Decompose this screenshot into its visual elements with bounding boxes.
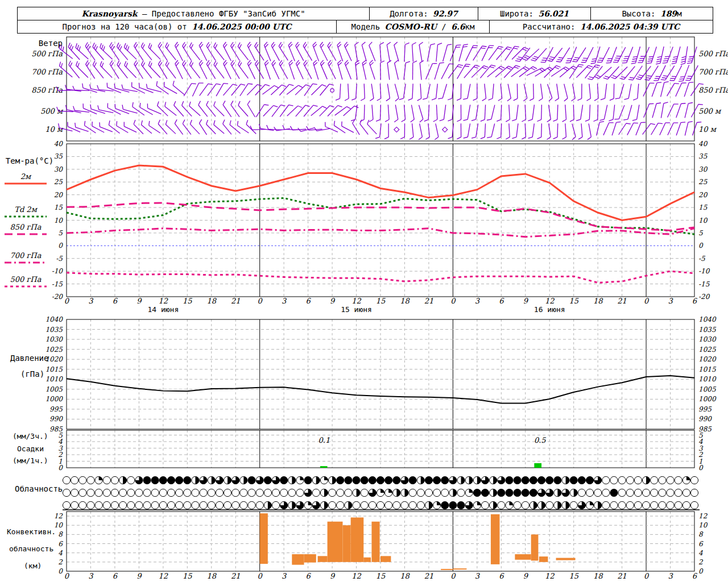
wind-barb-feather: [588, 78, 592, 80]
wind-barb-feather: [591, 63, 595, 64]
wind-barb-shaft: [557, 84, 559, 98]
convective-title-line2: облачность: [9, 544, 53, 553]
convective-title-line1: Конвективн.: [7, 527, 56, 536]
wind-barb-feather: [553, 119, 557, 121]
wind-barb-feather: [141, 43, 143, 47]
cloud-fill-wedge: [646, 476, 650, 484]
cloud-fill-wedge: [348, 501, 352, 509]
cloud-fill-wedge: [324, 489, 328, 496]
temp-ytick: 10: [54, 217, 64, 225]
cloud-symbol: [159, 476, 167, 484]
wind-barb-feather: [537, 137, 541, 139]
wind-barb-shaft: [84, 126, 96, 133]
wind-barb-feather: [117, 121, 117, 126]
cloud-fill-wedge: [292, 476, 296, 484]
cloud-symbol: [176, 501, 183, 509]
wind-barb-feather: [256, 63, 259, 66]
wind-barb-feather: [534, 56, 539, 57]
cloud-symbol: [111, 476, 118, 484]
cloud-symbol: [337, 476, 344, 484]
wind-barb-feather: [90, 105, 91, 109]
hour-label: 9: [523, 572, 529, 580]
cloud-symbol: [682, 501, 690, 509]
hour-label: 12: [159, 572, 168, 580]
wind-barb-shaft: [525, 105, 526, 119]
wind-level-label-right: 700 гПа: [698, 68, 728, 76]
wind-barb-shaft: [493, 84, 494, 98]
wind-barb-feather: [280, 63, 283, 66]
cloud-symbol: [103, 476, 110, 484]
cloud-symbol: [369, 476, 376, 484]
meteogram-canvas: 40403535303025252020151510105500-5-5-10-…: [0, 0, 728, 582]
wind-barb-shaft: [372, 105, 373, 119]
wind-barb-feather: [165, 102, 166, 106]
wind-barb-feather: [457, 98, 461, 100]
wind-barb-shaft: [156, 86, 168, 94]
wind-barb-feather: [336, 98, 340, 100]
wind-barb-feather: [377, 98, 381, 101]
wind-barb-shaft: [676, 83, 682, 97]
wind-barb-feather: [556, 65, 560, 67]
wind-barb-feather: [120, 46, 122, 50]
wind-barb-feather: [514, 67, 519, 69]
wind-barb-feather: [471, 137, 476, 138]
cloud-symbol: [135, 489, 143, 496]
wind-barb-shaft: [420, 123, 423, 137]
wind-barb-feather: [431, 44, 435, 45]
wind-barb-feather: [465, 66, 469, 66]
wind-barb-shaft: [303, 46, 312, 61]
wind-barb-feather: [73, 86, 75, 90]
hour-label: 21: [424, 297, 434, 305]
wind-barb-shaft: [627, 47, 633, 63]
wind-barb-feather: [184, 44, 186, 48]
wind-barb-feather: [515, 61, 520, 62]
cloud-symbol: [457, 489, 465, 496]
wind-barb-feather: [298, 106, 302, 107]
wind-barb-feather: [362, 60, 366, 63]
wind-barb-shaft: [419, 105, 423, 119]
wind-level-label-right: 10 м: [698, 125, 717, 134]
cloud-symbol: [602, 476, 610, 484]
wind-barb-feather: [71, 46, 73, 50]
wind-barb-shaft: [214, 125, 224, 134]
wind-barb-feather: [484, 66, 488, 68]
wind-barb-shaft: [613, 105, 615, 119]
wind-barb-feather: [564, 98, 568, 101]
wind-barb-feather: [345, 60, 348, 64]
wind-barb-feather: [306, 85, 310, 86]
wind-barb-feather: [411, 119, 415, 122]
cloud-symbol: [280, 489, 288, 496]
wind-barb-feather: [102, 63, 104, 67]
wind-barb-shaft: [535, 48, 547, 61]
wind-barb-shaft: [206, 46, 216, 60]
wind-barb-feather: [159, 63, 162, 66]
conv-ytick: 6: [698, 540, 704, 548]
wind-barb-feather: [76, 43, 77, 48]
wind-barb-shaft: [581, 123, 582, 137]
wind-barb-feather: [140, 103, 140, 107]
wind-barb-feather: [698, 104, 703, 105]
wind-barb-feather: [214, 101, 216, 106]
wind-barb-shaft: [264, 45, 271, 61]
wind-barb-feather: [127, 47, 129, 51]
wind-barb-feather: [553, 137, 557, 139]
wind-barb-feather: [572, 98, 576, 101]
pressure-ytick: 1025: [45, 346, 63, 354]
wind-barb-shaft: [691, 104, 698, 117]
wind-barb-feather: [617, 122, 621, 122]
wind-barb-feather: [124, 43, 126, 48]
cloud-fill-wedge: [590, 501, 594, 505]
cloud-symbol: [659, 476, 666, 484]
wind-barb-shaft: [642, 47, 649, 63]
cloud-symbol: [522, 489, 529, 496]
wind-barb-shaft: [255, 46, 264, 60]
wind-barb-feather: [448, 44, 452, 45]
wind-barb-feather: [329, 84, 334, 85]
wind-barb-shaft: [468, 123, 470, 137]
cloud-symbol: [345, 476, 352, 484]
wind-barb-shaft: [296, 64, 303, 79]
hour-label: 0: [64, 572, 70, 580]
wind-barb-feather: [679, 81, 683, 81]
wind-barb-feather: [550, 57, 555, 58]
precip-ytick: 0: [698, 464, 704, 472]
